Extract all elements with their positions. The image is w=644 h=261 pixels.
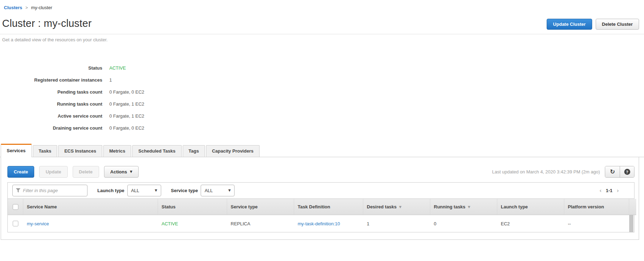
filter-input-wrap: [12, 185, 87, 196]
breadcrumb: Clusters > my-cluster: [0, 0, 644, 10]
help-icon: ?: [624, 169, 630, 175]
column-header-desired-tasks[interactable]: Desired tasks▼: [363, 199, 430, 215]
cell-task-definition: my-task-definition:10: [294, 215, 363, 232]
table-header: Service NameStatusService typeTask Defin…: [8, 199, 634, 215]
detail-value: 1: [109, 74, 112, 86]
tab-capacity-providers[interactable]: Capacity Providers: [206, 145, 260, 157]
create-button[interactable]: Create: [7, 166, 34, 178]
column-header-task-definition: Task Definition: [294, 199, 363, 215]
service-type-value: ALL: [205, 188, 213, 193]
service-type-select[interactable]: ALL ▼: [201, 185, 235, 196]
column-header-service-type: Service type: [227, 199, 294, 215]
cell-running-tasks: 0: [430, 215, 497, 232]
tab-tags[interactable]: Tags: [183, 145, 205, 157]
header-scrollbar-filler: [629, 199, 636, 215]
column-header-status: Status: [158, 199, 227, 215]
detail-row: Registered container instances1: [0, 74, 644, 86]
next-page-chevron-icon[interactable]: ›: [617, 188, 619, 194]
detail-value: 0 Fargate, 1 EC2: [109, 98, 144, 110]
sort-caret-icon: ▼: [468, 205, 470, 209]
launch-type-value: ALL: [131, 188, 139, 193]
breadcrumb-clusters-link[interactable]: Clusters: [4, 5, 22, 10]
cell-service-type: REPLICA: [227, 215, 294, 232]
cell-service-name: my-service: [23, 215, 158, 232]
services-toolbar: Create Update Delete Actions ▼ Last upda…: [1, 157, 639, 178]
column-label: Service type: [231, 204, 258, 209]
header-buttons: Update Cluster Delete Cluster: [547, 19, 639, 30]
cell-desired-tasks: 1: [363, 215, 430, 232]
filter-input[interactable]: [12, 185, 87, 196]
toolbar-icon-group: ↻ ?: [605, 166, 634, 178]
cell-value: --: [568, 221, 571, 226]
filter-funnel-icon: [16, 188, 20, 192]
tab-metrics[interactable]: Metrics: [103, 145, 132, 157]
pagination-range: 1-1: [606, 188, 613, 193]
service-name-link[interactable]: my-service: [27, 221, 49, 226]
detail-row: Running tasks count0 Fargate, 1 EC2: [0, 98, 644, 110]
detail-value: ACTIVE: [109, 62, 126, 74]
breadcrumb-current: my-cluster: [31, 5, 52, 10]
help-button[interactable]: ?: [620, 166, 634, 177]
detail-label: Draining service count: [0, 122, 102, 134]
column-label: Status: [162, 204, 176, 209]
cell-status: ACTIVE: [158, 215, 227, 232]
refresh-button[interactable]: ↻: [605, 166, 620, 177]
task-definition-link[interactable]: my-task-definition:10: [298, 221, 340, 226]
row-checkbox-cell: [8, 215, 23, 232]
column-label: Task Definition: [298, 204, 330, 209]
page-subtitle: Get a detailed view of the resources on …: [0, 34, 644, 42]
update-cluster-button[interactable]: Update Cluster: [547, 19, 592, 30]
column-header-launch-type: Launch type: [497, 199, 564, 215]
table-scrollbar-track: [629, 215, 634, 232]
tab-bar: ServicesTasksECS InstancesMetricsSchedul…: [0, 144, 644, 157]
chevron-down-icon: ▼: [228, 189, 231, 192]
cluster-details: StatusACTIVERegistered container instanc…: [0, 62, 644, 134]
refresh-icon: ↻: [610, 169, 615, 175]
delete-button[interactable]: Delete: [73, 166, 99, 178]
cell-value: ACTIVE: [162, 221, 178, 226]
column-header-service-name: Service Name: [23, 199, 158, 215]
chevron-down-icon: ▼: [155, 189, 157, 192]
page-header: Cluster : my-cluster Update Cluster Dele…: [0, 18, 644, 42]
detail-value: 0 Fargate, 1 EC2: [109, 110, 144, 122]
detail-row: Draining service count0 Fargate, 0 EC2: [0, 122, 644, 134]
tab-services[interactable]: Services: [1, 144, 32, 157]
cell-value: 1: [367, 221, 369, 226]
tab-ecs-instances[interactable]: ECS Instances: [58, 145, 102, 157]
cell-launch-type: EC2: [497, 215, 564, 232]
table-scrollbar-thumb[interactable]: [629, 215, 633, 232]
detail-row: Active service count0 Fargate, 1 EC2: [0, 110, 644, 122]
update-button[interactable]: Update: [39, 166, 67, 178]
detail-label: Status: [0, 62, 102, 74]
detail-label: Registered container instances: [0, 74, 102, 86]
service-type-label: Service type: [171, 188, 198, 193]
detail-label: Pending tasks count: [0, 86, 102, 98]
detail-row: Pending tasks count0 Fargate, 0 EC2: [0, 86, 644, 98]
filter-bar: Launch type ALL ▼ Service type ALL ▼ ‹ 1…: [8, 183, 634, 199]
chevron-down-icon: ▼: [130, 170, 132, 173]
select-all-checkbox[interactable]: [13, 204, 18, 210]
tab-scheduled-tasks[interactable]: Scheduled Tasks: [132, 145, 181, 157]
sort-caret-icon: ▼: [399, 205, 402, 209]
actions-dropdown-button[interactable]: Actions ▼: [104, 166, 139, 178]
tab-tasks[interactable]: Tasks: [33, 145, 57, 157]
row-checkbox[interactable]: [13, 221, 18, 226]
table-header-row: Service NameStatusService typeTask Defin…: [8, 199, 634, 215]
prev-page-chevron-icon[interactable]: ‹: [599, 188, 601, 194]
detail-value: 0 Fargate, 0 EC2: [109, 122, 144, 134]
table-body: my-serviceACTIVEREPLICAmy-task-definitio…: [8, 215, 634, 232]
delete-cluster-button[interactable]: Delete Cluster: [596, 19, 639, 30]
column-label: Service Name: [27, 204, 57, 209]
column-label: Desired tasks: [367, 204, 397, 209]
detail-label: Active service count: [0, 110, 102, 122]
column-header-running-tasks[interactable]: Running tasks▼: [430, 199, 497, 215]
cell-value: EC2: [501, 221, 510, 226]
header-checkbox-cell: [8, 199, 23, 215]
table-row: my-serviceACTIVEREPLICAmy-task-definitio…: [8, 215, 634, 232]
services-table-container: Launch type ALL ▼ Service type ALL ▼ ‹ 1…: [7, 182, 634, 232]
cell-platform-version: --: [564, 215, 629, 232]
services-panel: Create Update Delete Actions ▼ Last upda…: [1, 157, 639, 240]
launch-type-select[interactable]: ALL ▼: [127, 185, 161, 196]
cell-value: 0: [434, 221, 436, 226]
launch-type-label: Launch type: [97, 188, 124, 193]
